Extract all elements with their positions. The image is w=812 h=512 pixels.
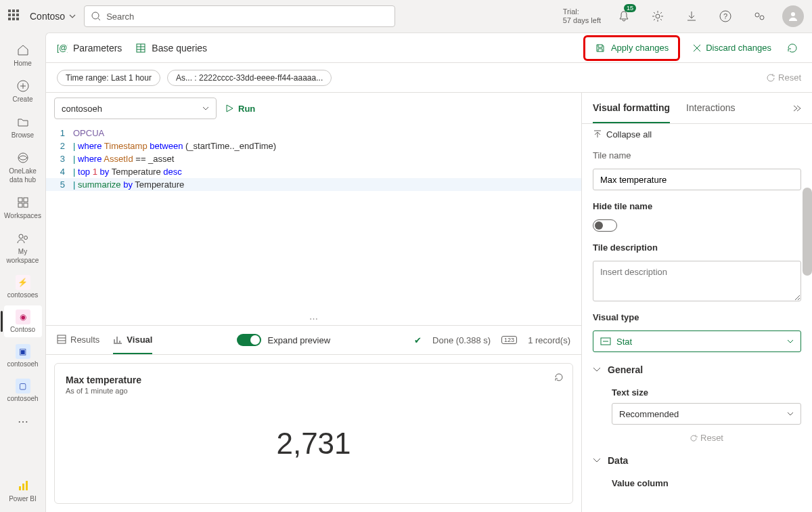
org-name: Contoso	[30, 11, 65, 22]
svg-rect-12	[18, 203, 22, 207]
trial-info: Trial: 57 days left	[563, 7, 601, 25]
svg-rect-18	[26, 481, 28, 490]
card-refresh-button[interactable]	[554, 372, 564, 383]
base-queries-button[interactable]: Base queries	[135, 43, 207, 54]
grid-icon	[57, 335, 66, 344]
svg-point-7	[791, 12, 795, 16]
rail-onelake[interactable]: OneLakedata hub	[4, 146, 42, 188]
rail-create[interactable]: Create	[4, 74, 42, 107]
chevrons-right-icon	[792, 104, 801, 113]
done-status: Done (0.388 s)	[432, 335, 491, 345]
svg-rect-24	[58, 335, 66, 343]
records-count: 1 record(s)	[528, 335, 570, 345]
workspaces-icon	[16, 196, 30, 209]
svg-point-15	[24, 236, 27, 240]
svg-rect-17	[22, 484, 24, 490]
user-avatar[interactable]	[782, 5, 804, 27]
chevron-down-icon	[593, 367, 601, 372]
rail-myworkspace[interactable]: Myworkspace	[4, 226, 42, 268]
powerbi-icon	[17, 479, 29, 492]
svg-rect-10	[18, 198, 22, 202]
section-general[interactable]: General	[593, 360, 801, 379]
rail-more[interactable]: ⋯	[4, 409, 42, 433]
text-size-select[interactable]: Recommended	[612, 403, 801, 425]
svg-rect-16	[19, 486, 21, 490]
check-icon: ✔	[414, 335, 422, 345]
refresh-icon	[554, 372, 564, 383]
rail-contosoeh-1[interactable]: ▣contosoeh	[4, 340, 42, 372]
stat-value: 2,731	[66, 395, 562, 492]
rail-workspaces[interactable]: Workspaces	[4, 190, 42, 223]
rail-contosoeh-2[interactable]: ▢contosoeh	[4, 375, 42, 406]
drag-handle[interactable]: ⋯	[46, 312, 581, 325]
download-button[interactable]	[681, 5, 702, 27]
chevron-down-icon	[202, 106, 209, 110]
discard-changes-button[interactable]: Discard changes	[687, 39, 777, 57]
app-launcher-icon[interactable]	[8, 9, 22, 23]
card-title: Max temperature	[66, 375, 562, 385]
gear-icon	[652, 10, 664, 22]
chevron-down-icon	[69, 14, 76, 18]
tile-name-label: Tile name	[593, 150, 801, 161]
tab-interactions[interactable]: Interactions	[686, 93, 735, 123]
plus-circle-icon	[16, 79, 30, 93]
settings-button[interactable]	[647, 5, 669, 27]
search-input[interactable]: Search	[84, 5, 395, 27]
svg-point-5	[755, 13, 759, 17]
help-icon: ?	[719, 10, 731, 22]
rail-powerbi[interactable]: Power BI	[4, 473, 42, 507]
run-button[interactable]: Run	[225, 104, 255, 114]
chart-icon	[113, 335, 122, 344]
code-editor[interactable]: 1OPCUA2| where Timestamp between (_start…	[46, 124, 581, 194]
collapse-all-button[interactable]: Collapse all	[593, 129, 801, 140]
records-icon: 123	[501, 336, 517, 344]
reset-icon	[690, 434, 698, 442]
apply-changes-button[interactable]: Apply changes	[583, 35, 680, 61]
tab-visual-formatting[interactable]: Visual formatting	[593, 93, 670, 123]
expand-preview-label: Expand preview	[268, 335, 331, 345]
asset-pill[interactable]: As... : 2222cccc-33dd-eeee-ff44-aaaaa...	[167, 70, 332, 86]
reset-filters-button[interactable]: Reset	[766, 72, 801, 83]
card-subtitle: As of 1 minute ago	[66, 387, 562, 395]
refresh-button[interactable]	[784, 39, 801, 57]
rail-browse[interactable]: Browse	[4, 110, 42, 143]
onelake-icon	[16, 151, 30, 165]
notifications-button[interactable]: 15	[613, 5, 635, 27]
tab-visual[interactable]: Visual	[113, 326, 152, 354]
feedback-button[interactable]	[748, 5, 770, 27]
svg-text:[@]: [@]	[57, 43, 68, 53]
expand-preview-toggle[interactable]	[237, 334, 261, 346]
hide-tile-name-toggle[interactable]	[593, 219, 617, 232]
tile-description-label: Tile description	[593, 242, 801, 253]
svg-point-14	[19, 234, 23, 238]
reset-general-button[interactable]: Reset	[612, 433, 801, 443]
chevron-down-icon	[787, 412, 794, 416]
scrollbar[interactable]	[803, 188, 812, 276]
rail-contoso[interactable]: ◉Contoso	[4, 305, 42, 337]
parameters-button[interactable]: [@] Parameters	[57, 43, 122, 54]
time-range-pill[interactable]: Time range: Last 1 hour	[57, 70, 160, 86]
section-data[interactable]: Data	[593, 451, 801, 470]
svg-text:?: ?	[723, 12, 727, 20]
org-selector[interactable]: Contoso	[30, 11, 76, 22]
svg-point-2	[656, 14, 660, 18]
chevron-down-icon	[593, 458, 601, 463]
hide-tile-name-label: Hide tile name	[593, 201, 801, 211]
expand-panel-button[interactable]	[792, 104, 801, 113]
visual-type-select[interactable]: Stat	[593, 330, 801, 352]
close-icon	[692, 43, 702, 53]
tab-results[interactable]: Results	[57, 326, 99, 354]
table-icon	[135, 43, 146, 54]
text-size-label: Text size	[612, 387, 801, 398]
rail-contosoes[interactable]: ⚡contosoes	[4, 271, 42, 303]
home-icon	[16, 43, 30, 57]
save-icon	[595, 43, 606, 54]
database-selector[interactable]: contosoeh	[54, 98, 217, 119]
rail-home[interactable]: Home	[4, 38, 42, 71]
tile-description-input[interactable]	[593, 261, 801, 301]
help-button[interactable]: ?	[715, 5, 736, 27]
svg-point-9	[18, 153, 28, 163]
tile-name-input[interactable]	[593, 169, 801, 190]
search-placeholder: Search	[106, 12, 134, 22]
download-icon	[685, 10, 698, 22]
